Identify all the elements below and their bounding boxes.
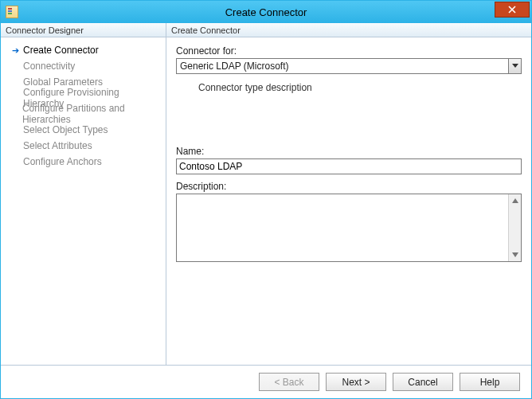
connector-for-dropdown[interactable]: Generic LDAP (Microsoft) <box>176 58 522 74</box>
sidebar-item-configure-partitions[interactable]: Configure Partitions and Hierarchies <box>4 106 162 122</box>
sidebar-item-create-connector[interactable]: ➔Create Connector <box>4 42 162 58</box>
sidebar-item-label: Create Connector <box>23 45 99 56</box>
cancel-button[interactable]: Cancel <box>393 373 453 391</box>
description-field-wrapper <box>176 194 522 262</box>
footer: < Back Next > Cancel Help <box>1 365 531 398</box>
sidebar-item-select-attributes[interactable]: Select Attributes <box>4 138 162 154</box>
window-title: Create Connector <box>1 6 531 18</box>
chevron-down-icon <box>512 64 518 68</box>
column-headers: Connector Designer Create Connector <box>1 23 531 37</box>
connector-type-description: Connector type description <box>176 79 522 93</box>
description-field[interactable] <box>177 194 521 261</box>
left-column-header: Connector Designer <box>1 23 166 37</box>
sidebar-item-configure-anchors[interactable]: Configure Anchors <box>4 154 162 170</box>
scroll-down-icon[interactable] <box>509 248 521 261</box>
back-button: < Back <box>259 373 319 391</box>
sidebar-item-label: Configure Anchors <box>23 156 102 167</box>
right-column-header: Create Connector <box>166 23 531 37</box>
name-label: Name: <box>176 146 522 157</box>
arrow-right-icon: ➔ <box>10 45 20 56</box>
titlebar: Create Connector <box>1 1 531 23</box>
sidebar-item-connectivity[interactable]: Connectivity <box>4 58 162 74</box>
scroll-up-icon[interactable] <box>509 194 521 207</box>
connector-for-value: Generic LDAP (Microsoft) <box>177 61 508 72</box>
next-button[interactable]: Next > <box>326 373 386 391</box>
name-field[interactable] <box>176 158 522 174</box>
sidebar-item-label: Configure Partitions and Hierarchies <box>22 103 162 125</box>
sidebar-item-label: Select Object Types <box>23 124 108 135</box>
main-panel: Connector for: Generic LDAP (Microsoft) … <box>166 37 531 365</box>
sidebar-item-label: Global Parameters <box>23 76 103 88</box>
sidebar-item-label: Connectivity <box>23 61 75 72</box>
description-scrollbar[interactable] <box>508 194 521 261</box>
description-label: Description: <box>176 181 522 192</box>
connector-for-label: Connector for: <box>176 45 522 57</box>
dropdown-button[interactable] <box>508 59 521 73</box>
help-button[interactable]: Help <box>460 373 520 391</box>
sidebar: ➔Create ConnectorConnectivityGlobal Para… <box>1 37 166 365</box>
sidebar-item-label: Select Attributes <box>23 140 92 151</box>
